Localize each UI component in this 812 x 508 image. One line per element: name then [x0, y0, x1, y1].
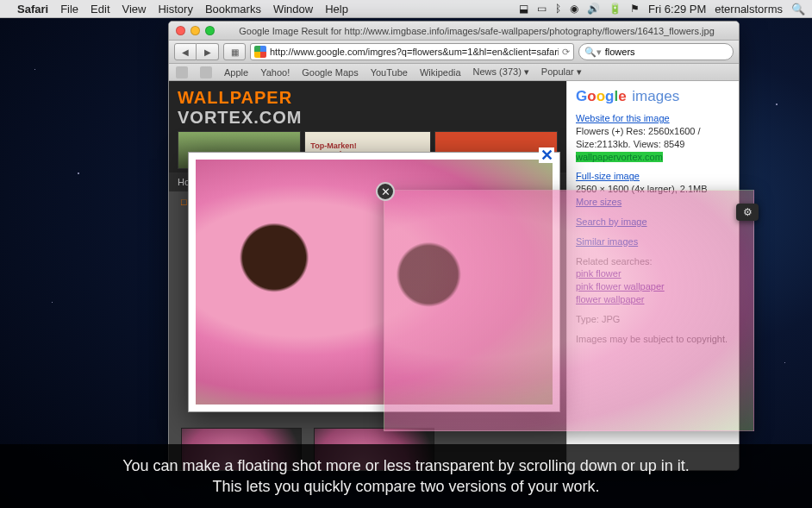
- site-logo-bottom: VORTEX.COM: [178, 108, 558, 128]
- menu-window[interactable]: Window: [273, 3, 313, 16]
- website-for-image-link[interactable]: Website for this image: [576, 113, 670, 123]
- caption-line-2: This lets you quickly compare two versio…: [212, 476, 599, 497]
- spotlight-icon[interactable]: 🔍: [791, 3, 805, 16]
- menu-view[interactable]: View: [122, 3, 147, 16]
- google-images-logo[interactable]: Google images: [576, 88, 730, 105]
- back-button[interactable]: ◀: [174, 43, 197, 60]
- bookmarks-button[interactable]: ▦: [223, 43, 246, 60]
- google-images-label: images: [632, 88, 679, 104]
- source-host[interactable]: wallpapervortex.com: [576, 152, 663, 162]
- bluetooth-menu-icon[interactable]: ᛒ: [555, 3, 561, 15]
- bookmark-apple[interactable]: Apple: [224, 67, 248, 78]
- tutorial-caption: You can make a floating shot more or les…: [0, 444, 812, 508]
- gear-icon[interactable]: ⚙: [736, 204, 759, 221]
- macos-menubar: Safari File Edit View History Bookmarks …: [0, 0, 812, 18]
- window-titlebar[interactable]: Google Image Result for http://www.imgba…: [169, 22, 739, 41]
- search-icon: 🔍▾: [584, 47, 602, 58]
- bookmark-popular[interactable]: Popular ▾: [541, 66, 582, 78]
- bookmark-news[interactable]: News (373) ▾: [473, 66, 529, 78]
- zoom-window-button[interactable]: [205, 26, 215, 35]
- battery-menu-icon[interactable]: 🔋: [609, 3, 621, 15]
- search-bar[interactable]: 🔍▾: [578, 43, 734, 60]
- volume-menu-icon[interactable]: 🔊: [587, 3, 600, 15]
- lightbox-close-icon[interactable]: ✕: [539, 147, 554, 163]
- reload-icon[interactable]: ⟳: [562, 47, 570, 58]
- menu-help[interactable]: Help: [325, 3, 348, 16]
- bookmarks-menu-icon[interactable]: [176, 66, 188, 78]
- url-input[interactable]: [270, 47, 559, 57]
- app-menu[interactable]: Safari: [17, 3, 48, 16]
- flag-menu-icon[interactable]: ⚑: [630, 3, 640, 15]
- nav-buttons: ◀ ▶: [174, 43, 219, 60]
- window-title: Google Image Result for http://www.imgba…: [222, 26, 732, 36]
- topsites-icon[interactable]: [200, 66, 212, 78]
- fullsize-image-link[interactable]: Full-size image: [576, 171, 640, 181]
- site-logo-top: WALLPAPER: [178, 88, 558, 108]
- close-window-button[interactable]: [176, 26, 185, 35]
- menu-file[interactable]: File: [60, 3, 78, 16]
- floating-close-icon[interactable]: ✕: [376, 182, 395, 201]
- menubar-user[interactable]: eternalstorms: [715, 3, 783, 16]
- dropbox-menu-icon[interactable]: ⬓: [519, 3, 528, 15]
- menu-bookmarks[interactable]: Bookmarks: [205, 3, 261, 16]
- displays-menu-icon[interactable]: ▭: [537, 3, 547, 15]
- bookmark-youtube[interactable]: YouTube: [371, 67, 408, 78]
- safari-toolbar: ◀ ▶ ▦ ⟳ 🔍▾: [169, 41, 739, 64]
- bookmark-wikipedia[interactable]: Wikipedia: [420, 67, 461, 78]
- bookmarks-bar: Apple Yahoo! Google Maps YouTube Wikiped…: [169, 64, 739, 81]
- image-meta-line: Flowers (+) Res: 2560x1600 / Size:2113kb…: [576, 126, 701, 149]
- url-bar[interactable]: ⟳: [250, 43, 574, 60]
- favicon-icon: [254, 46, 266, 58]
- menu-history[interactable]: History: [158, 3, 192, 16]
- site-logo[interactable]: WALLPAPER VORTEX.COM: [178, 88, 558, 128]
- ad-text-1: Top-Marken!: [310, 141, 356, 150]
- forward-button[interactable]: ▶: [197, 43, 219, 60]
- floating-screenshot[interactable]: ✕: [384, 190, 754, 431]
- minimize-window-button[interactable]: [191, 26, 200, 35]
- menubar-clock[interactable]: Fri 6:29 PM: [648, 3, 706, 16]
- bookmark-yahoo[interactable]: Yahoo!: [260, 67, 290, 78]
- search-input[interactable]: [605, 47, 728, 57]
- wifi-menu-icon[interactable]: ◉: [570, 3, 578, 15]
- menu-edit[interactable]: Edit: [91, 3, 109, 16]
- caption-line-1: You can make a floating shot more or les…: [122, 455, 690, 476]
- bookmark-googlemaps[interactable]: Google Maps: [302, 67, 358, 78]
